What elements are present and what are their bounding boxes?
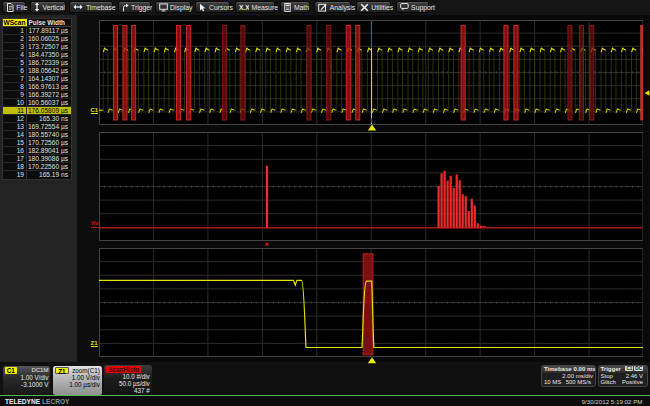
- svg-text:X.X: X.X: [239, 4, 249, 11]
